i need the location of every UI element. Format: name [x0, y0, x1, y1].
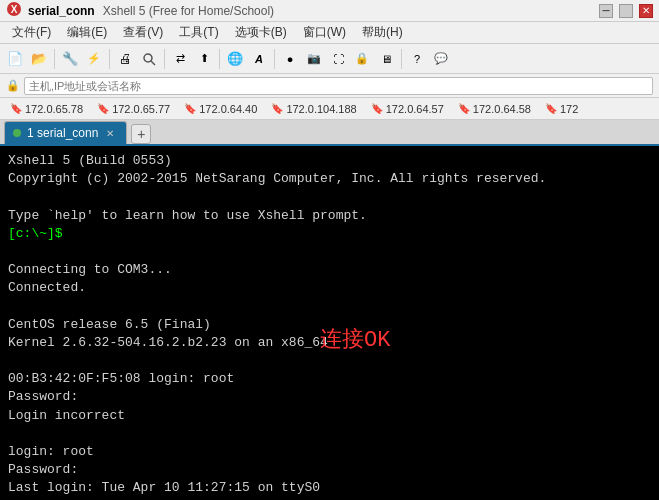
quick-item-3[interactable]: 🔖172.0.64.40: [178, 102, 263, 116]
minimize-button[interactable]: ─: [599, 4, 613, 18]
terminal-line-4: Type `help' to learn how to use Xshell p…: [8, 207, 651, 225]
new-tab-button[interactable]: +: [131, 124, 151, 144]
tab-close-button[interactable]: ✕: [104, 128, 116, 139]
bookmark-icon-1: 🔖: [10, 103, 22, 114]
toolbar: 📄 📂 🔧 ⚡ 🖨 ⇄ ⬆ 🌐 A ● 📷 ⛶ 🔒 🖥 ? 💬: [0, 44, 659, 74]
menu-item-view[interactable]: 查看(V): [115, 22, 171, 43]
menu-bar: 文件(F) 编辑(E) 查看(V) 工具(T) 选项卡(B) 窗口(W) 帮助(…: [0, 22, 659, 44]
terminal-line-7: Connecting to COM3...: [8, 261, 651, 279]
sep2: [109, 49, 110, 69]
sep5: [274, 49, 275, 69]
menu-item-tabs[interactable]: 选项卡(B): [227, 22, 295, 43]
svg-point-2: [144, 54, 152, 62]
bookmark-icon-2: 🔖: [97, 103, 109, 114]
terminal-line-9: [8, 298, 651, 316]
tab-label: 1 serial_conn: [27, 126, 98, 140]
quick-item-5[interactable]: 🔖172.0.64.57: [365, 102, 450, 116]
quick-item-6[interactable]: 🔖172.0.64.58: [452, 102, 537, 116]
bookmark-icon-7: 🔖: [545, 103, 557, 114]
connect-button[interactable]: ⚡: [83, 48, 105, 70]
sep6: [401, 49, 402, 69]
app-icon: X: [6, 1, 22, 20]
new-session-button[interactable]: 📄: [4, 48, 26, 70]
connection-ok-text: 连接OK: [320, 326, 390, 357]
chat-button[interactable]: 💬: [430, 48, 452, 70]
quick-item-7[interactable]: 🔖172: [539, 102, 584, 116]
terminal-line-8: Connected.: [8, 279, 651, 297]
svg-text:X: X: [11, 4, 18, 15]
properties-button[interactable]: 🔧: [59, 48, 81, 70]
font-button[interactable]: A: [248, 48, 270, 70]
terminal-line-6: [8, 243, 651, 261]
app-name: serial_conn: [28, 4, 95, 18]
open-button[interactable]: 📂: [28, 48, 50, 70]
screenshot-button[interactable]: 📷: [303, 48, 325, 70]
bookmark-icon-4: 🔖: [271, 103, 283, 114]
sep1: [54, 49, 55, 69]
svg-line-3: [151, 61, 155, 65]
transfer-button[interactable]: ⇄: [169, 48, 191, 70]
bookmark-icon-3: 🔖: [184, 103, 196, 114]
terminal-line-18: Password:: [8, 461, 651, 479]
terminal-line-5: [c:\~]$: [8, 225, 651, 243]
quick-bar: 🔖172.0.65.78 🔖172.0.65.77 🔖172.0.64.40 🔖…: [0, 98, 659, 120]
upload-button[interactable]: ⬆: [193, 48, 215, 70]
find-button[interactable]: [138, 48, 160, 70]
globe-button[interactable]: 🌐: [224, 48, 246, 70]
quick-item-4[interactable]: 🔖172.0.104.188: [265, 102, 362, 116]
menu-item-edit[interactable]: 编辑(E): [59, 22, 115, 43]
lock-icon: 🔒: [6, 79, 20, 92]
terminal[interactable]: Xshell 5 (Build 0553) Copyright (c) 2002…: [0, 146, 659, 500]
prompt-1: [c:\~]$: [8, 226, 63, 241]
tab-bar: 1 serial_conn ✕ +: [0, 120, 659, 146]
address-bar: 🔒: [0, 74, 659, 98]
menu-item-help[interactable]: 帮助(H): [354, 22, 411, 43]
terminal-line-19: Last login: Tue Apr 10 11:27:15 on ttyS0: [8, 479, 651, 497]
terminal-line-13: 00:B3:42:0F:F5:08 login: root: [8, 370, 651, 388]
terminal-line-16: [8, 425, 651, 443]
bookmark-icon-5: 🔖: [371, 103, 383, 114]
sep4: [219, 49, 220, 69]
close-button[interactable]: ✕: [639, 4, 653, 18]
address-input[interactable]: [24, 77, 653, 95]
print-button[interactable]: 🖨: [114, 48, 136, 70]
menu-item-window[interactable]: 窗口(W): [295, 22, 354, 43]
maximize-button[interactable]: [619, 4, 633, 18]
terminal-line-2: Copyright (c) 2002-2015 NetSarang Comput…: [8, 170, 651, 188]
sep3: [164, 49, 165, 69]
tab-serial-conn[interactable]: 1 serial_conn ✕: [4, 121, 127, 144]
title-bar: X serial_conn Xshell 5 (Free for Home/Sc…: [0, 0, 659, 22]
monitor-button[interactable]: 🖥: [375, 48, 397, 70]
question-button[interactable]: ?: [406, 48, 428, 70]
terminal-line-14: Password:: [8, 388, 651, 406]
tab-status-dot: [13, 129, 21, 137]
terminal-line-17: login: root: [8, 443, 651, 461]
lock-button[interactable]: 🔒: [351, 48, 373, 70]
quick-item-2[interactable]: 🔖172.0.65.77: [91, 102, 176, 116]
menu-item-tools[interactable]: 工具(T): [171, 22, 226, 43]
terminal-line-15: Login incorrect: [8, 407, 651, 425]
fullscreen-button[interactable]: ⛶: [327, 48, 349, 70]
terminal-line-3: [8, 188, 651, 206]
window-title: Xshell 5 (Free for Home/School): [103, 4, 274, 18]
menu-item-file[interactable]: 文件(F): [4, 22, 59, 43]
terminal-line-1: Xshell 5 (Build 0553): [8, 152, 651, 170]
record-button[interactable]: ●: [279, 48, 301, 70]
bookmark-icon-6: 🔖: [458, 103, 470, 114]
quick-item-1[interactable]: 🔖172.0.65.78: [4, 102, 89, 116]
